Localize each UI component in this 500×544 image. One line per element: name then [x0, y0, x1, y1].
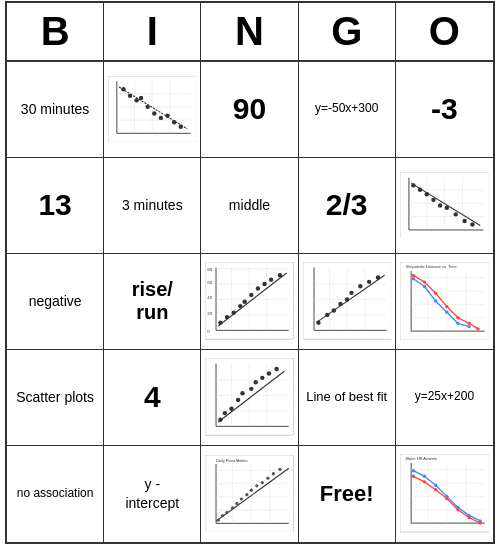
svg-point-56 [225, 315, 229, 319]
header-O: O [396, 3, 493, 60]
svg-point-10 [121, 87, 125, 91]
cell-text-r0c3: y=-50x+300 [315, 101, 378, 117]
cell-r0c1 [104, 62, 201, 158]
cell-text-r3c0: Scatter plots [16, 388, 94, 406]
svg-point-57 [232, 311, 236, 315]
svg-point-19 [179, 124, 183, 128]
svg-point-151 [272, 472, 275, 475]
svg-point-106 [467, 322, 470, 325]
cell-text-r3c1: 4 [144, 380, 161, 414]
bingo-card: B I N G O 30 minutes [5, 1, 495, 544]
cell-r2c0: negative [7, 254, 104, 350]
cell-r2c4: Shopaholic Distance vs. Time [396, 254, 493, 350]
svg-point-96 [423, 285, 426, 288]
cell-r4c4: Water HR Accents [396, 446, 493, 542]
svg-point-38 [470, 222, 474, 226]
bingo-grid: 30 minutes [7, 62, 493, 542]
cell-r3c1: 4 [104, 350, 201, 446]
svg-point-35 [444, 205, 448, 209]
chart-scatter-pos1: 0 20 40 60 80 [205, 262, 293, 339]
svg-point-174 [445, 497, 448, 500]
svg-point-100 [467, 325, 470, 328]
cell-text-r1c1: 3 minutes [122, 196, 183, 214]
cell-r0c3: y=-50x+300 [299, 62, 396, 158]
cell-r3c3: Line of best fit [299, 350, 396, 446]
svg-point-152 [279, 468, 282, 471]
svg-point-119 [223, 411, 227, 415]
svg-point-171 [412, 475, 415, 478]
cell-text-r2c1: rise/ run [132, 278, 173, 324]
svg-point-148 [256, 484, 259, 487]
svg-point-166 [434, 484, 437, 487]
cell-r1c2: middle [201, 158, 298, 254]
cell-r2c2: 0 20 40 60 80 [201, 254, 298, 350]
svg-point-34 [438, 203, 442, 207]
chart-scatter-pos2 [303, 262, 391, 339]
svg-text:80: 80 [208, 267, 213, 272]
svg-text:20: 20 [208, 311, 213, 316]
svg-point-12 [135, 98, 139, 102]
cell-text-r4c0: no association [17, 486, 94, 502]
chart-scatter-neg2 [400, 172, 489, 239]
svg-point-124 [254, 380, 258, 384]
cell-r3c0: Scatter plots [7, 350, 104, 446]
svg-point-58 [238, 304, 242, 308]
svg-text:Water HR Accents: Water HR Accents [405, 456, 437, 461]
svg-point-149 [261, 481, 264, 484]
svg-point-78 [338, 302, 342, 306]
cell-text-r3c3: Line of best fit [306, 389, 387, 406]
svg-point-122 [241, 391, 245, 395]
svg-point-175 [456, 509, 459, 512]
svg-point-164 [412, 470, 415, 473]
bingo-header: B I N G O [7, 3, 493, 62]
cell-text-r0c0: 30 minutes [21, 100, 89, 118]
svg-point-120 [230, 407, 234, 411]
svg-point-140 [217, 518, 220, 521]
svg-point-17 [166, 113, 170, 117]
svg-point-16 [159, 116, 163, 120]
svg-point-83 [375, 276, 379, 280]
svg-point-95 [412, 277, 415, 280]
svg-point-141 [221, 514, 224, 517]
svg-point-11 [128, 94, 132, 98]
svg-point-105 [456, 316, 459, 319]
cell-text-r1c2: middle [229, 196, 270, 214]
cell-text-r1c0: 13 [38, 188, 71, 222]
header-N: N [201, 3, 298, 60]
svg-point-60 [249, 293, 253, 297]
svg-point-165 [423, 475, 426, 478]
cell-r2c3 [299, 254, 396, 350]
svg-point-177 [478, 522, 481, 525]
svg-point-61 [256, 287, 260, 291]
svg-point-102 [423, 280, 426, 283]
cell-text-r4c1: y - intercept [125, 475, 179, 511]
svg-point-62 [263, 282, 267, 286]
svg-point-173 [434, 488, 437, 491]
svg-point-118 [219, 418, 223, 422]
cell-r1c0: 13 [7, 158, 104, 254]
svg-point-176 [467, 516, 470, 519]
svg-point-98 [445, 310, 448, 313]
svg-text:60: 60 [208, 280, 213, 285]
svg-point-146 [246, 493, 249, 496]
svg-point-147 [250, 489, 253, 492]
svg-point-82 [367, 280, 371, 284]
svg-point-31 [418, 187, 422, 191]
svg-point-32 [424, 192, 428, 196]
svg-text:Daily Pizza Makes: Daily Pizza Makes [216, 459, 247, 463]
cell-r3c4: y=25x+200 [396, 350, 493, 446]
cell-r4c3: Free! [299, 446, 396, 542]
chart-scatter-pos3: Daily Pizza Makes [205, 455, 293, 532]
svg-point-59 [243, 300, 247, 304]
svg-point-13 [139, 96, 143, 100]
svg-text:40: 40 [208, 296, 213, 301]
svg-point-76 [325, 313, 329, 317]
svg-point-123 [249, 387, 253, 391]
cell-r4c0: no association [7, 446, 104, 542]
svg-point-14 [146, 105, 150, 109]
header-I: I [104, 3, 201, 60]
svg-point-63 [269, 278, 273, 282]
chart-scatter-multi: Shopaholic Distance vs. Time [400, 262, 489, 340]
svg-point-79 [344, 298, 348, 302]
svg-point-80 [349, 291, 353, 295]
